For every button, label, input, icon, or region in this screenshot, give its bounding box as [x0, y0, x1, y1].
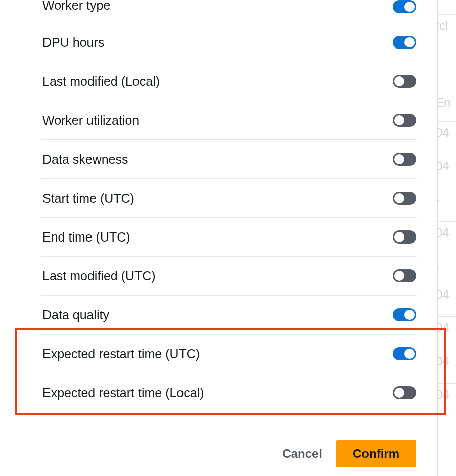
- setting-label: Data quality: [42, 308, 109, 322]
- toggle-data-quality[interactable]: [393, 308, 416, 321]
- setting-row-end-time-utc: End time (UTC): [41, 218, 417, 257]
- setting-label: Last modified (Local): [42, 74, 160, 89]
- setting-label: Worker utilization: [42, 113, 139, 128]
- background-table-fragment: tcl En 04 04 - 04 - 04 04 04 04: [436, 0, 456, 476]
- toggle-worker-type[interactable]: [393, 0, 416, 13]
- bg-cell: 04: [436, 221, 456, 240]
- setting-row-dpu-hours: DPU hours: [41, 23, 417, 62]
- settings-list: Worker type DPU hours Last modified (Loc…: [41, 0, 417, 420]
- toggle-data-skewness[interactable]: [393, 153, 416, 166]
- setting-label: Worker type: [42, 0, 110, 13]
- setting-label: Last modified (UTC): [42, 269, 156, 283]
- setting-row-expected-restart-utc: Expected restart time (UTC): [41, 335, 417, 373]
- setting-label: Expected restart time (Local): [42, 386, 204, 400]
- setting-label: End time (UTC): [42, 230, 130, 245]
- setting-row-data-skewness: Data skewness: [41, 140, 417, 179]
- setting-label: Data skewness: [42, 152, 128, 167]
- setting-row-data-quality: Data quality: [41, 296, 417, 335]
- setting-label: Start time (UTC): [42, 191, 134, 206]
- setting-row-worker-utilization: Worker utilization: [41, 101, 417, 140]
- setting-row-last-modified-utc: Last modified (UTC): [41, 257, 417, 296]
- setting-row-expected-restart-local: Expected restart time (Local): [41, 373, 417, 412]
- toggle-last-modified-local[interactable]: [393, 75, 416, 88]
- cancel-button[interactable]: Cancel: [278, 442, 326, 466]
- column-preferences-panel: Worker type DPU hours Last modified (Loc…: [0, 0, 438, 476]
- bg-cell: -: [436, 188, 456, 207]
- modal-footer: Cancel Confirm: [0, 431, 437, 476]
- setting-label: DPU hours: [42, 35, 104, 50]
- toggle-dpu-hours[interactable]: [393, 36, 416, 49]
- setting-row-start-time-utc: Start time (UTC): [41, 179, 417, 218]
- bg-cell: 04: [436, 316, 456, 335]
- toggle-worker-utilization[interactable]: [393, 114, 416, 127]
- setting-row-last-modified-local: Last modified (Local): [41, 62, 417, 101]
- confirm-button[interactable]: Confirm: [336, 440, 416, 467]
- bg-cell: -: [436, 255, 456, 273]
- bg-cell: 04: [436, 155, 456, 173]
- setting-row-worker-type: Worker type: [41, 0, 417, 23]
- toggle-start-time-utc[interactable]: [393, 192, 416, 205]
- bg-cell: 04: [436, 383, 456, 402]
- bg-header-cell: En: [436, 91, 456, 110]
- bg-cell: 04: [436, 283, 456, 302]
- toggle-end-time-utc[interactable]: [393, 230, 416, 244]
- setting-label: Expected restart time (UTC): [42, 347, 200, 361]
- bg-header-cell: tcl: [436, 14, 456, 33]
- bg-cell: 04: [436, 350, 456, 368]
- toggle-expected-restart-utc[interactable]: [393, 347, 416, 360]
- toggle-last-modified-utc[interactable]: [393, 269, 416, 282]
- toggle-expected-restart-local[interactable]: [393, 386, 416, 399]
- bg-cell: 04: [436, 121, 456, 140]
